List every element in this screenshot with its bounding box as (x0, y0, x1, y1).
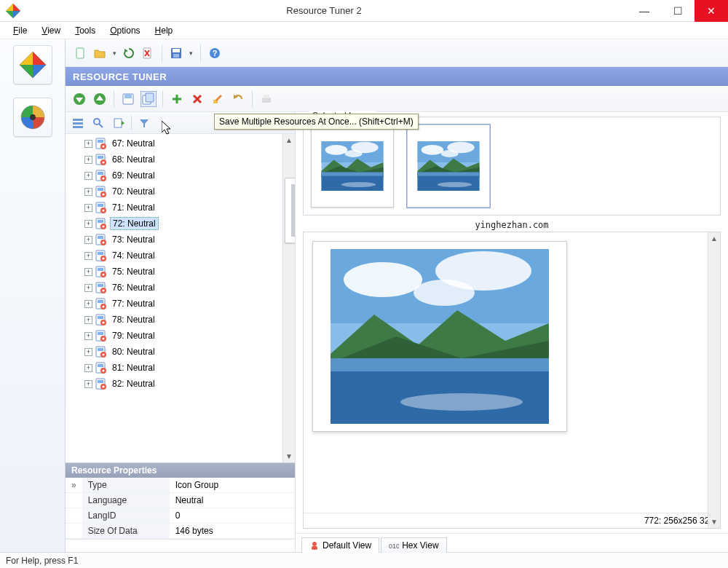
watermark-text: yinghezhan.com (296, 218, 728, 232)
tree-item-73[interactable]: +73: Neutral (80, 232, 295, 248)
status-bar: For Help, press F1 (0, 552, 728, 568)
tree-item-67[interactable]: +67: Neutral (80, 135, 295, 151)
expand-icon[interactable]: + (84, 188, 92, 196)
tree-item-label: 73: Neutral (110, 234, 157, 245)
scroll-up-icon[interactable]: ▲ (283, 134, 295, 146)
expand-icon[interactable]: + (84, 236, 92, 244)
expand-icon[interactable]: + (84, 204, 92, 212)
tab-hex-view[interactable]: 0101 Hex View (381, 537, 446, 553)
tree-item-76[interactable]: +76: Neutral (80, 280, 295, 296)
viewer-scrollbar[interactable]: ▲ ▼ (708, 232, 720, 528)
person-icon (309, 540, 320, 551)
svg-text:?: ? (213, 49, 218, 58)
expand-icon[interactable]: + (84, 268, 92, 276)
tree-item-80[interactable]: +80: Neutral (80, 344, 295, 360)
edit-icon[interactable] (210, 91, 226, 107)
resource-icon (95, 266, 107, 277)
scroll-down-icon[interactable]: ▼ (708, 516, 720, 528)
add-icon[interactable] (169, 91, 185, 107)
right-pane: Selected Image yinghezhan.com ▲ ▼ 7 (296, 112, 728, 552)
expand-icon[interactable]: + (84, 348, 92, 356)
help-icon[interactable]: ? (207, 45, 223, 61)
properties-header: Resource Properties (66, 463, 295, 478)
open-dropdown-icon[interactable]: ▾ (111, 50, 118, 57)
expand-icon[interactable]: + (84, 300, 92, 308)
maximize-button[interactable]: ☐ (661, 0, 695, 22)
image-caption: 772: 256x256 32b (644, 516, 714, 526)
chevron-icon[interactable]: » (66, 478, 82, 493)
tree-item-82[interactable]: +82: Neutral (80, 376, 295, 392)
menu-help[interactable]: Help (148, 24, 181, 37)
delete-icon[interactable] (189, 91, 205, 107)
tree-item-79[interactable]: +79: Neutral (80, 328, 295, 344)
rail-resources-button[interactable] (13, 45, 52, 84)
expand-icon[interactable]: + (84, 140, 92, 148)
expand-icon[interactable]: + (84, 252, 92, 260)
resource-icon (95, 282, 107, 293)
tree-find-icon[interactable] (90, 115, 106, 131)
save-resource-icon[interactable] (120, 91, 136, 107)
tree-export-icon[interactable] (111, 115, 127, 131)
menu-view[interactable]: View (34, 24, 68, 37)
expand-icon[interactable]: + (84, 332, 92, 340)
minimize-button[interactable]: — (628, 0, 661, 22)
resource-tree[interactable]: +67: Neutral+68: Neutral+69: Neutral+70:… (66, 134, 295, 462)
menu-file[interactable]: File (6, 24, 34, 37)
expand-icon[interactable]: + (84, 364, 92, 372)
menu-tools[interactable]: Tools (68, 24, 103, 37)
rail-gauge-button[interactable] (13, 98, 52, 137)
tree-item-78[interactable]: +78: Neutral (80, 312, 295, 328)
print-icon[interactable] (258, 91, 274, 107)
undo-icon[interactable] (230, 91, 246, 107)
expand-icon[interactable]: + (84, 284, 92, 292)
scroll-thumb[interactable] (285, 178, 295, 243)
tree-item-label: 75: Neutral (110, 266, 157, 277)
menu-options[interactable]: Options (103, 24, 147, 37)
prop-row: LangID0 (66, 508, 295, 524)
tree-item-label: 74: Neutral (110, 250, 157, 261)
tree-item-69[interactable]: +69: Neutral (80, 167, 295, 184)
open-folder-icon[interactable] (92, 45, 108, 61)
svg-marker-23 (124, 49, 128, 52)
expand-icon[interactable]: + (84, 316, 92, 324)
save-icon[interactable] (168, 45, 184, 61)
tree-item-label: 70: Neutral (110, 186, 157, 197)
tree-item-71[interactable]: +71: Neutral (80, 200, 295, 216)
prop-row: LanguageNeutral (66, 493, 295, 508)
new-file-icon[interactable] (73, 45, 89, 61)
nav-up-icon[interactable] (92, 91, 108, 107)
tree-item-74[interactable]: +74: Neutral (80, 248, 295, 264)
save-multiple-icon[interactable] (141, 91, 157, 107)
tab-hex-label: Hex View (402, 540, 438, 551)
prop-value: 146 bytes (170, 524, 295, 539)
thumbnail-2[interactable] (407, 125, 490, 208)
resource-icon (95, 298, 107, 309)
large-preview (312, 241, 567, 432)
tree-item-81[interactable]: +81: Neutral (80, 360, 295, 376)
close-file-icon[interactable] (140, 45, 156, 61)
tree-scrollbar[interactable]: ▲ ▼ (282, 134, 295, 462)
tree-toolbar (66, 112, 295, 134)
filter-icon[interactable] (136, 115, 152, 131)
tree-item-70[interactable]: +70: Neutral (80, 184, 295, 200)
tree-item-72[interactable]: +72: Neutral (80, 216, 295, 232)
nav-down-icon[interactable] (71, 91, 87, 107)
tree-item-label: 82: Neutral (110, 378, 157, 390)
status-text: For Help, press F1 (6, 556, 78, 566)
scroll-up-icon[interactable]: ▲ (708, 232, 720, 245)
app-icon (6, 4, 20, 18)
tree-item-75[interactable]: +75: Neutral (80, 264, 295, 280)
thumbnail-1[interactable] (311, 125, 394, 208)
expand-icon[interactable]: + (84, 172, 92, 180)
expand-icon[interactable]: + (84, 220, 92, 228)
save-dropdown-icon[interactable]: ▾ (187, 50, 194, 57)
tab-default-view[interactable]: Default View (301, 537, 379, 553)
tree-expand-icon[interactable] (70, 115, 86, 131)
close-button[interactable]: ✕ (695, 0, 728, 22)
tree-item-68[interactable]: +68: Neutral (80, 151, 295, 167)
scroll-down-icon[interactable]: ▼ (283, 450, 295, 462)
expand-icon[interactable]: + (84, 156, 92, 164)
tree-item-77[interactable]: +77: Neutral (80, 296, 295, 312)
refresh-icon[interactable] (121, 45, 137, 61)
expand-icon[interactable]: + (84, 380, 92, 388)
